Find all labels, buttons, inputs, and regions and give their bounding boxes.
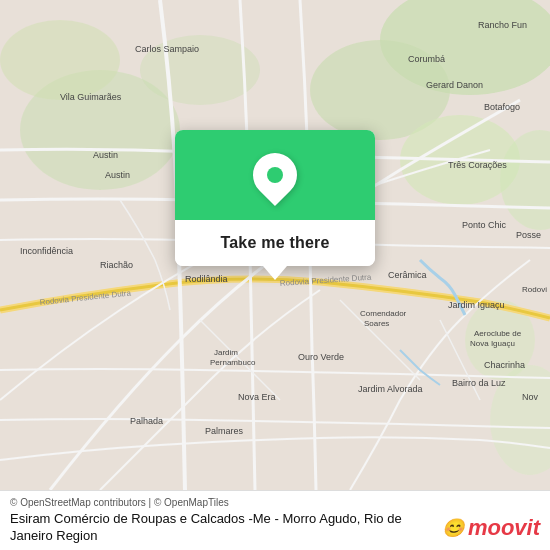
svg-text:Palhada: Palhada (130, 416, 163, 426)
svg-text:Austin: Austin (93, 150, 118, 160)
svg-text:Jardim Alvorada: Jardim Alvorada (358, 384, 423, 394)
moovit-wordmark: moovit (468, 515, 540, 541)
popup-card: Take me there (175, 130, 375, 266)
map-container: Rancho Fun Carlos Sampaio Corumbá Vila G… (0, 0, 550, 490)
svg-text:Carlos Sampaio: Carlos Sampaio (135, 44, 199, 54)
svg-text:Chacrinha: Chacrinha (484, 360, 525, 370)
svg-text:Comendador: Comendador (360, 309, 407, 318)
bottom-bar: © OpenStreetMap contributors | © OpenMap… (0, 490, 550, 550)
svg-text:Nova Era: Nova Era (238, 392, 276, 402)
destination-info-row: Esiram Comércio de Roupas e Calcados -Me… (10, 511, 540, 545)
svg-text:Vila Guimarães: Vila Guimarães (60, 92, 122, 102)
map-attribution: © OpenStreetMap contributors | © OpenMap… (10, 497, 540, 508)
destination-name: Esiram Comércio de Roupas e Calcados -Me… (10, 511, 436, 545)
svg-text:Cerâmica: Cerâmica (388, 270, 427, 280)
take-me-there-button[interactable]: Take me there (175, 220, 375, 266)
svg-text:Três Corações: Três Corações (448, 160, 507, 170)
svg-text:Jardim Iguaçu: Jardim Iguaçu (448, 300, 505, 310)
svg-text:Rodilândia: Rodilândia (185, 274, 228, 284)
svg-text:Austin: Austin (105, 170, 130, 180)
svg-text:Rancho Fun: Rancho Fun (478, 20, 527, 30)
svg-text:Palmares: Palmares (205, 426, 244, 436)
svg-text:Jardim: Jardim (214, 348, 238, 357)
pin-inner-dot (267, 167, 283, 183)
popup-tail (263, 266, 287, 280)
svg-text:Ouro Verde: Ouro Verde (298, 352, 344, 362)
svg-text:Posse: Posse (516, 230, 541, 240)
svg-text:Inconfidência: Inconfidência (20, 246, 73, 256)
svg-text:Pernambuco: Pernambuco (210, 358, 256, 367)
svg-text:Ponto Chic: Ponto Chic (462, 220, 507, 230)
popup-header (175, 130, 375, 220)
svg-text:Riachão: Riachão (100, 260, 133, 270)
svg-text:Nov: Nov (522, 392, 539, 402)
moovit-logo: 😊 moovit (442, 515, 540, 541)
svg-text:Rodovi: Rodovi (522, 285, 547, 294)
svg-text:Botafogo: Botafogo (484, 102, 520, 112)
moovit-emoji: 😊 (442, 517, 464, 539)
svg-text:Aeroclube de: Aeroclube de (474, 329, 522, 338)
svg-text:Soares: Soares (364, 319, 389, 328)
svg-text:Bairro da Luz: Bairro da Luz (452, 378, 506, 388)
svg-text:Nova Iguaçu: Nova Iguaçu (470, 339, 515, 348)
svg-point-5 (0, 20, 120, 100)
svg-text:Corumbá: Corumbá (408, 54, 445, 64)
svg-text:Gerard Danon: Gerard Danon (426, 80, 483, 90)
location-pin-icon (244, 144, 306, 206)
